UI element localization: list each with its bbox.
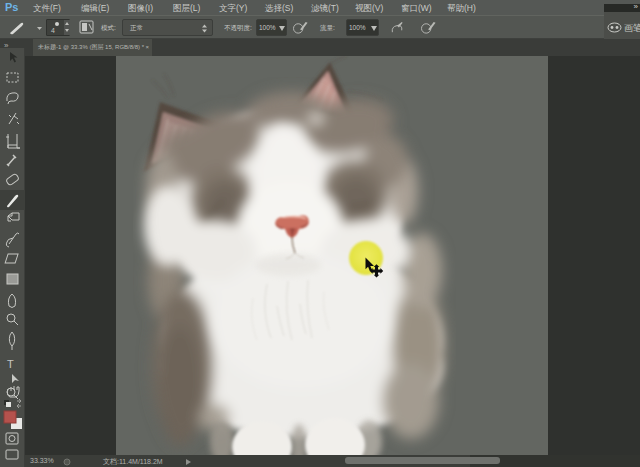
svg-text:T: T (7, 358, 14, 370)
